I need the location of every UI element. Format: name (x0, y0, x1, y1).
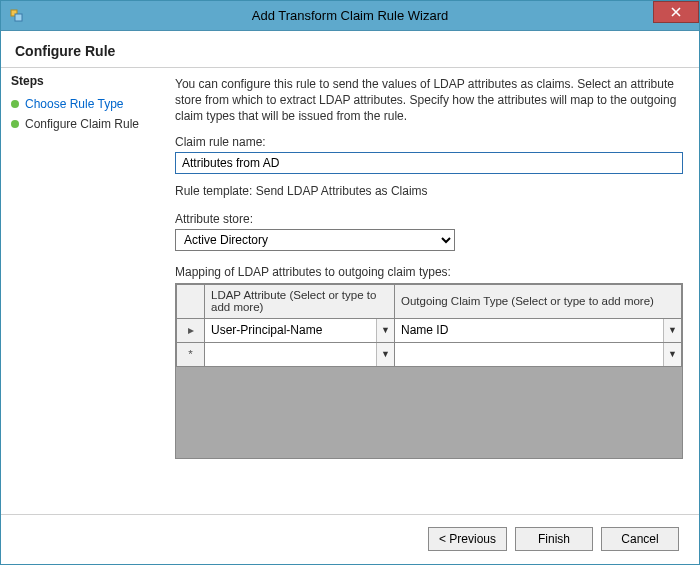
ldap-attribute-input[interactable] (205, 319, 376, 342)
chevron-down-icon[interactable]: ▼ (663, 343, 681, 366)
ldap-attribute-cell[interactable]: ▼ (205, 342, 395, 366)
table-row: ▸ ▼ ▼ (177, 318, 682, 342)
ldap-attribute-cell[interactable]: ▼ (205, 318, 395, 342)
step-configure-claim-rule[interactable]: Configure Claim Rule (11, 114, 161, 134)
cancel-button[interactable]: Cancel (601, 527, 679, 551)
row-marker: ▸ (177, 318, 205, 342)
description-text: You can configure this rule to send the … (175, 76, 683, 125)
window-title: Add Transform Claim Rule Wizard (1, 8, 699, 23)
row-marker: * (177, 342, 205, 366)
table-row: * ▼ ▼ (177, 342, 682, 366)
claim-rule-name-label: Claim rule name: (175, 135, 683, 149)
finish-button[interactable]: Finish (515, 527, 593, 551)
wizard-header: Configure Rule (1, 31, 699, 68)
step-label[interactable]: Choose Rule Type (25, 97, 124, 111)
steps-sidebar: Steps Choose Rule Type Configure Claim R… (1, 68, 171, 514)
rule-template-text: Rule template: Send LDAP Attributes as C… (175, 184, 683, 198)
ldap-attribute-input[interactable] (205, 343, 376, 366)
step-bullet-icon (11, 100, 19, 108)
chevron-down-icon[interactable]: ▼ (376, 343, 394, 366)
chevron-down-icon[interactable]: ▼ (663, 319, 681, 342)
step-label: Configure Claim Rule (25, 117, 139, 131)
steps-heading: Steps (11, 74, 161, 88)
outgoing-claim-input[interactable] (395, 319, 663, 342)
grid-corner (177, 284, 205, 318)
close-icon (671, 5, 681, 20)
page-title: Configure Rule (15, 43, 685, 59)
chevron-down-icon[interactable]: ▼ (376, 319, 394, 342)
outgoing-claim-cell[interactable]: ▼ (395, 342, 682, 366)
titlebar: Add Transform Claim Rule Wizard (1, 1, 699, 31)
previous-button[interactable]: < Previous (428, 527, 507, 551)
mapping-label: Mapping of LDAP attributes to outgoing c… (175, 265, 683, 279)
main-panel: You can configure this rule to send the … (171, 68, 699, 514)
outgoing-claim-input[interactable] (395, 343, 663, 366)
step-choose-rule-type[interactable]: Choose Rule Type (11, 94, 161, 114)
close-button[interactable] (653, 1, 699, 23)
attribute-store-select[interactable]: Active Directory (175, 229, 455, 251)
mapping-grid: LDAP Attribute (Select or type to add mo… (175, 283, 683, 459)
step-bullet-icon (11, 120, 19, 128)
outgoing-claim-cell[interactable]: ▼ (395, 318, 682, 342)
grid-col-claim-header: Outgoing Claim Type (Select or type to a… (395, 284, 682, 318)
app-icon (9, 8, 25, 24)
svg-rect-1 (15, 14, 22, 21)
attribute-store-label: Attribute store: (175, 212, 683, 226)
claim-rule-name-input[interactable] (175, 152, 683, 174)
wizard-footer: < Previous Finish Cancel (1, 514, 699, 562)
grid-col-ldap-header: LDAP Attribute (Select or type to add mo… (205, 284, 395, 318)
